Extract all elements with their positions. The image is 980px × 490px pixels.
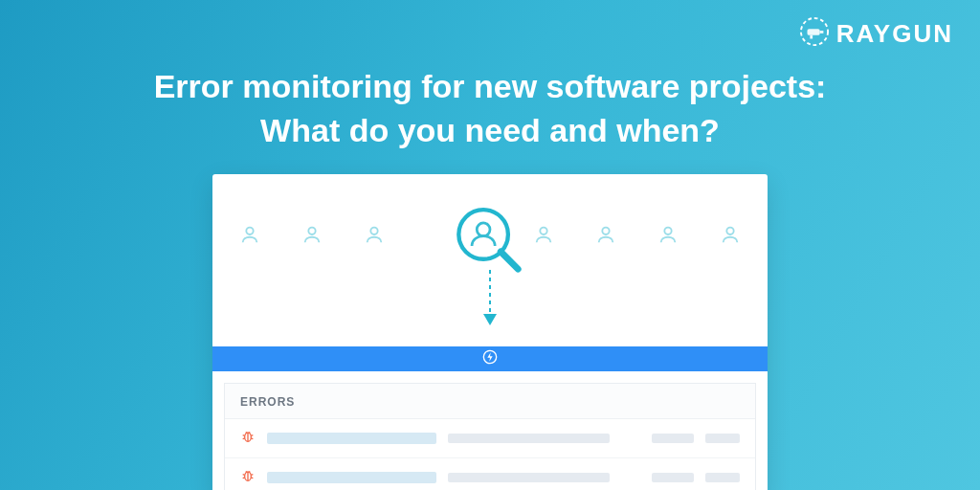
panel-header-bar — [212, 346, 768, 371]
error-row — [225, 458, 755, 490]
user-icon — [533, 224, 554, 249]
svg-point-6 — [370, 228, 377, 234]
svg-point-5 — [308, 228, 315, 234]
bug-icon — [240, 429, 256, 448]
svg-line-20 — [251, 435, 253, 436]
page-title: Error monitoring for new software projec… — [0, 65, 980, 153]
svg-rect-2 — [819, 31, 823, 33]
svg-line-23 — [246, 432, 247, 433]
svg-line-28 — [251, 475, 253, 476]
svg-marker-15 — [483, 314, 497, 325]
svg-point-7 — [541, 228, 547, 234]
illustration-card: ERRORS — [212, 174, 768, 490]
user-icon — [239, 224, 260, 249]
raygun-icon — [800, 17, 829, 50]
headline-line-1: Error monitoring for new software projec… — [38, 65, 942, 109]
svg-line-30 — [251, 478, 253, 479]
user-icon — [301, 224, 323, 249]
arrow-down-icon — [489, 270, 491, 325]
svg-line-24 — [249, 432, 250, 433]
placeholder-bar — [652, 473, 694, 482]
user-icon — [657, 224, 679, 249]
svg-line-22 — [251, 438, 253, 439]
brand-logo: RAYGUN — [800, 17, 953, 50]
user-icon — [364, 224, 385, 249]
svg-line-29 — [243, 478, 245, 479]
user-icon — [595, 224, 616, 249]
brand-name: RAYGUN — [836, 19, 953, 49]
errors-section-title: ERRORS — [225, 384, 755, 419]
bolt-icon — [482, 349, 498, 368]
svg-line-21 — [243, 438, 245, 439]
svg-point-8 — [603, 228, 610, 234]
svg-line-27 — [243, 475, 245, 476]
placeholder-bar — [448, 434, 610, 443]
placeholder-bar — [448, 473, 610, 482]
user-row — [212, 193, 768, 272]
svg-line-13 — [501, 252, 518, 269]
placeholder-bar — [267, 433, 436, 444]
svg-line-31 — [246, 471, 247, 472]
errors-panel: ERRORS — [212, 383, 768, 490]
svg-line-19 — [243, 435, 245, 436]
placeholder-bar — [705, 473, 740, 482]
svg-point-4 — [246, 228, 253, 234]
headline-line-2: What do you need and when? — [38, 109, 942, 153]
svg-point-9 — [664, 228, 671, 234]
placeholder-bar — [705, 434, 740, 443]
svg-rect-1 — [807, 29, 819, 35]
placeholder-bar — [267, 472, 436, 483]
bug-icon — [240, 468, 256, 487]
svg-rect-3 — [810, 35, 813, 39]
placeholder-bar — [652, 434, 694, 443]
error-row — [225, 419, 755, 458]
svg-line-32 — [249, 471, 250, 472]
user-icon — [720, 224, 741, 249]
svg-point-10 — [726, 228, 733, 234]
